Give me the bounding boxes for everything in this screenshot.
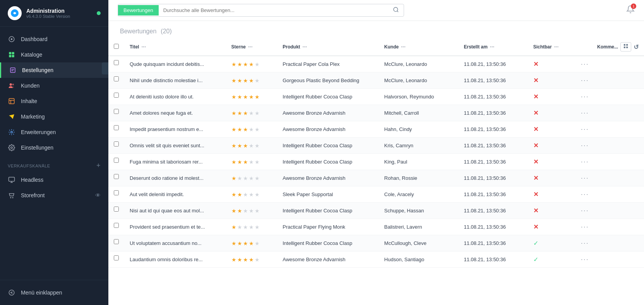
notification-badge: 1	[631, 3, 636, 9]
row-action-button[interactable]: ···	[581, 141, 589, 149]
visible-check-icon: ✓	[533, 240, 538, 246]
row-actions: ···	[575, 203, 644, 219]
refresh-button[interactable]: ↺	[634, 43, 639, 51]
star-icon: ★	[237, 126, 242, 133]
svg-rect-6	[12, 55, 14, 57]
row-titel: Aut velit deleniti impedit.	[124, 186, 226, 203]
row-checkbox-cell	[108, 72, 124, 85]
visible-check-icon: ✓	[533, 256, 538, 263]
sichtbar-sort-icon[interactable]: ···	[554, 44, 559, 50]
page-title: Bewertungen	[120, 28, 156, 34]
row-produkt: Awesome Bronze Advarnish	[277, 170, 379, 186]
row-checkbox[interactable]	[114, 141, 119, 146]
produkt-sort-icon[interactable]: ···	[303, 44, 307, 50]
storefront-label: Storefront	[21, 192, 45, 198]
row-action-button[interactable]: ···	[581, 223, 589, 231]
row-erstellt: 11.08.21, 13:50:36	[458, 72, 528, 89]
row-checkbox[interactable]	[114, 158, 119, 163]
app-version: v6.4.3.0 Stable Version	[26, 14, 70, 19]
row-action-button[interactable]: ···	[581, 109, 589, 117]
row-produkt: Intelligent Rubber Cocoa Clasp	[277, 235, 379, 252]
row-action-button[interactable]: ···	[581, 207, 589, 214]
row-checkbox[interactable]	[114, 109, 119, 114]
collapse-menu-button[interactable]: Menü einklappen	[0, 285, 108, 300]
row-action-button[interactable]: ···	[581, 190, 589, 198]
add-channel-button[interactable]: +	[96, 162, 101, 170]
sterne-sort-icon[interactable]: ···	[248, 44, 253, 50]
row-checkbox[interactable]	[114, 239, 119, 244]
star-icon: ★	[249, 257, 254, 263]
select-all-checkbox[interactable]	[114, 44, 119, 49]
row-checkbox[interactable]	[114, 76, 119, 81]
sidebar-item-marketing[interactable]: Marketing	[0, 109, 108, 124]
row-action-button[interactable]: ···	[581, 174, 589, 182]
row-action-button[interactable]: ···	[581, 93, 589, 100]
row-checkbox[interactable]	[114, 255, 119, 260]
row-sterne: ★★★★★	[226, 235, 277, 252]
table-row: Fuga minima sit laboriosam rer...★★★★★In…	[108, 154, 644, 170]
sidebar-item-inhalte[interactable]: Inhalte	[0, 93, 108, 109]
svg-rect-10	[9, 98, 14, 104]
row-actions: ···	[575, 186, 644, 203]
kataloge-label: Kataloge	[21, 52, 42, 58]
row-action-button[interactable]: ···	[581, 255, 589, 263]
table-row: Impedit praesentium nostrum e...★★★★★Awe…	[108, 121, 644, 138]
sidebar-item-erweiterungen[interactable]: Erweiterungen	[0, 124, 108, 140]
sidebar-item-kataloge[interactable]: Kataloge	[0, 47, 108, 62]
search-input[interactable]	[159, 5, 388, 16]
sidebar-item-dashboard[interactable]: Dashboard	[0, 31, 108, 47]
row-action-button[interactable]: ···	[581, 239, 589, 247]
titel-sort-icon[interactable]: ···	[141, 44, 146, 50]
row-action-button[interactable]: ···	[581, 60, 589, 68]
sidebar-nav: Dashboard Kataloge Bestellungen	[0, 27, 108, 280]
row-erstellt: 11.08.21, 13:50:36	[458, 186, 528, 203]
sidebar-item-storefront[interactable]: Storefront 👁	[0, 188, 108, 203]
row-checkbox[interactable]	[114, 174, 119, 179]
row-erstellt: 11.08.21, 13:50:36	[458, 89, 528, 105]
sidebar-item-kunden[interactable]: Kunden	[0, 78, 108, 93]
row-erstellt: 11.08.21, 13:50:36	[458, 235, 528, 252]
search-tag-button[interactable]: Bewertungen	[118, 5, 159, 16]
sidebar-item-headless[interactable]: Headless	[0, 172, 108, 188]
row-kunde: McCullough, Cleve	[379, 235, 459, 252]
row-produkt: Awesome Bronze Advarnish	[277, 252, 379, 268]
star-icon: ★	[237, 257, 242, 263]
star-icon: ★	[243, 224, 248, 230]
headless-label: Headless	[21, 177, 43, 183]
row-sichtbar: ✕	[528, 89, 575, 105]
sidebar-footer: Menü einklappen	[0, 280, 108, 305]
kunde-sort-icon[interactable]: ···	[401, 44, 406, 50]
row-checkbox[interactable]	[114, 190, 119, 195]
row-checkbox[interactable]	[114, 60, 119, 65]
column-config-button[interactable]	[620, 42, 631, 52]
row-action-button[interactable]: ···	[581, 125, 589, 133]
row-action-button[interactable]: ···	[581, 158, 589, 165]
star-icon: ★	[243, 257, 248, 263]
row-checkbox[interactable]	[114, 223, 119, 228]
star-icon: ★	[237, 175, 242, 181]
svg-point-9	[12, 84, 14, 86]
row-produkt: Awesome Bronze Advarnish	[277, 105, 379, 121]
row-checkbox[interactable]	[114, 93, 119, 98]
page-content: Bewertungen (20) Titel ···	[108, 21, 644, 305]
dashboard-icon	[8, 35, 15, 43]
erstellt-sort-icon[interactable]: ···	[490, 44, 495, 50]
row-checkbox[interactable]	[114, 207, 119, 212]
search-submit-button[interactable]	[388, 4, 404, 16]
svg-point-15	[12, 197, 13, 198]
visible-x-icon: ✕	[533, 142, 538, 149]
star-icon: ★	[255, 126, 260, 133]
col-select-all[interactable]	[108, 38, 124, 56]
sidebar-item-einstellungen[interactable]: Einstellungen	[0, 140, 108, 155]
table-row: Ut voluptatem accusantium no...★★★★★Inte…	[108, 235, 644, 252]
row-action-button[interactable]: ···	[581, 76, 589, 84]
sidebar-item-bestellungen[interactable]: Bestellungen Übersicht	[0, 62, 108, 78]
row-checkbox[interactable]	[114, 125, 119, 130]
row-sterne: ★★★★★	[226, 56, 277, 72]
star-icon: ★	[237, 191, 242, 198]
notification-button[interactable]: 1	[626, 5, 635, 16]
visible-x-icon: ✕	[533, 61, 538, 67]
row-kunde: McClure, Leonardo	[379, 56, 459, 72]
table-row: Deserunt odio ratione id molest...★★★★★A…	[108, 170, 644, 186]
inhalte-label: Inhalte	[21, 98, 37, 104]
